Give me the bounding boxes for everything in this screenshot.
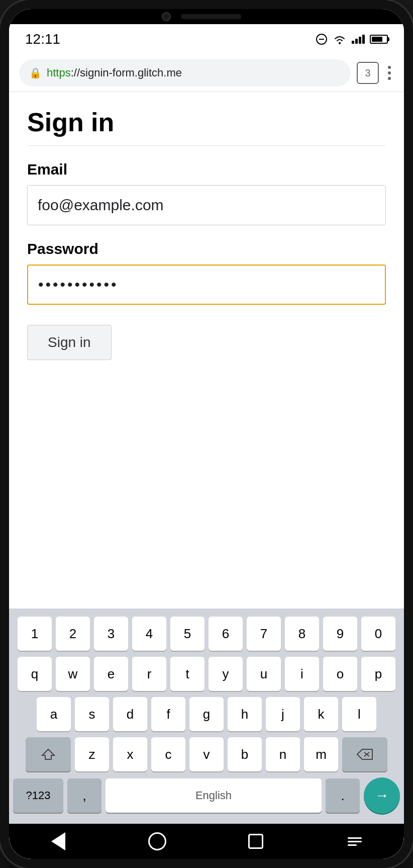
key-m[interactable]: m (304, 737, 338, 771)
keyboard: 1 2 3 4 5 6 7 8 9 0 q w e r t y u i (9, 609, 404, 824)
browser-bar: 🔒 https://signin-form.glitch.me 3 (9, 54, 404, 92)
status-time: 12:11 (25, 31, 60, 47)
status-bar: 12:11 (9, 24, 404, 54)
key-i[interactable]: i (285, 657, 319, 691)
menu-dot-1 (388, 66, 391, 69)
email-label: Email (27, 161, 386, 178)
key-z[interactable]: z (75, 737, 109, 771)
key-7[interactable]: 7 (247, 617, 281, 651)
key-4[interactable]: 4 (132, 617, 166, 651)
page-content: Sign in Email Password Sign in (9, 92, 404, 609)
key-backspace[interactable] (342, 737, 387, 771)
svg-marker-3 (42, 749, 54, 759)
url-protocol: https (47, 66, 71, 79)
key-s[interactable]: s (75, 697, 109, 731)
backspace-icon (356, 748, 373, 760)
keyboard-row-qwerty: q w e r t y u i o p (13, 657, 400, 691)
key-t[interactable]: t (170, 657, 204, 691)
key-u[interactable]: u (247, 657, 281, 691)
battery-icon (370, 35, 388, 44)
key-j[interactable]: j (266, 697, 300, 731)
keyboard-row-numbers: 1 2 3 4 5 6 7 8 9 0 (13, 617, 400, 651)
menu-button[interactable] (385, 62, 394, 84)
shift-icon (41, 747, 55, 761)
keyboard-icon (348, 837, 362, 846)
divider (27, 145, 386, 146)
dnd-icon (316, 33, 328, 45)
email-input[interactable] (27, 185, 386, 225)
key-symbols[interactable]: ?123 (13, 778, 63, 813)
key-h[interactable]: h (228, 697, 262, 731)
notch-area (9, 9, 404, 24)
menu-dot-3 (388, 77, 391, 80)
camera-dot (162, 12, 171, 21)
key-8[interactable]: 8 (285, 617, 319, 651)
lock-icon: 🔒 (29, 67, 42, 79)
key-6[interactable]: 6 (209, 617, 243, 651)
key-p[interactable]: p (361, 657, 395, 691)
menu-dot-2 (388, 71, 391, 74)
url-bar[interactable]: 🔒 https://signin-form.glitch.me (19, 59, 351, 86)
key-w[interactable]: w (56, 657, 90, 691)
url-host: signin-form.glitch.me (80, 66, 182, 79)
wifi-icon (333, 34, 347, 45)
battery-fill (372, 37, 382, 42)
recent-icon (248, 834, 263, 849)
phone-screen: 12:11 (9, 9, 404, 859)
nav-recent-button[interactable] (243, 831, 268, 851)
sign-in-button[interactable]: Sign in (27, 325, 112, 360)
key-e[interactable]: e (94, 657, 128, 691)
key-l[interactable]: l (342, 697, 376, 731)
key-x[interactable]: x (113, 737, 147, 771)
key-y[interactable]: y (209, 657, 243, 691)
nav-keyboard-button[interactable] (342, 831, 367, 851)
key-k[interactable]: k (304, 697, 338, 731)
url-text: https://signin-form.glitch.me (47, 66, 182, 79)
keyboard-row-bottom: ?123 , English . → (13, 777, 400, 814)
key-shift[interactable] (26, 737, 71, 771)
nav-back-button[interactable] (46, 831, 71, 851)
key-r[interactable]: r (132, 657, 166, 691)
key-0[interactable]: 0 (361, 617, 395, 651)
nav-bar (9, 824, 404, 859)
signal-bars (352, 35, 365, 44)
tab-count[interactable]: 3 (357, 62, 379, 84)
key-a[interactable]: a (37, 697, 71, 731)
key-v[interactable]: v (189, 737, 224, 771)
key-1[interactable]: 1 (18, 617, 52, 651)
key-comma[interactable]: , (67, 778, 101, 813)
keyboard-row-zxcv: z x c v b n m (13, 737, 400, 771)
url-separator: :// (71, 66, 80, 79)
key-period[interactable]: . (326, 778, 360, 813)
page-title: Sign in (27, 107, 386, 137)
key-q[interactable]: q (18, 657, 52, 691)
key-o[interactable]: o (323, 657, 357, 691)
svg-point-2 (339, 42, 341, 44)
password-input[interactable] (27, 265, 386, 305)
back-icon (51, 832, 65, 850)
key-g[interactable]: g (189, 697, 224, 731)
key-5[interactable]: 5 (170, 617, 204, 651)
key-enter[interactable]: → (364, 777, 400, 814)
key-b[interactable]: b (228, 737, 262, 771)
key-d[interactable]: d (113, 697, 147, 731)
phone-frame: 12:11 (0, 0, 413, 868)
key-c[interactable]: c (151, 737, 185, 771)
key-2[interactable]: 2 (56, 617, 90, 651)
password-label: Password (27, 240, 386, 257)
key-spacebar[interactable]: English (106, 778, 322, 813)
status-icons (316, 33, 388, 45)
home-icon (148, 832, 166, 850)
keyboard-row-asdf: a s d f g h j k l (13, 697, 400, 731)
key-n[interactable]: n (266, 737, 300, 771)
spacebar-label: English (195, 789, 232, 802)
speaker-grill (181, 14, 241, 19)
key-3[interactable]: 3 (94, 617, 128, 651)
key-f[interactable]: f (151, 697, 185, 731)
key-9[interactable]: 9 (323, 617, 357, 651)
nav-home-button[interactable] (145, 831, 170, 851)
